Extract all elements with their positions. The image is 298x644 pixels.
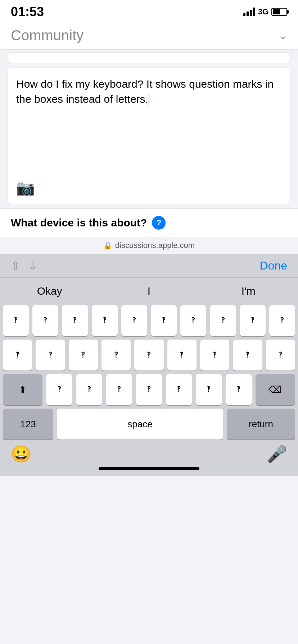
key-f[interactable]: ‽ bbox=[101, 340, 131, 371]
key-c[interactable]: ‽ bbox=[106, 374, 132, 405]
key-z[interactable]: ‽ bbox=[46, 374, 72, 405]
nav-up-arrow[interactable]: ⇧ bbox=[11, 259, 20, 272]
space-key[interactable]: space bbox=[57, 409, 223, 440]
header[interactable]: Community ⌄ bbox=[0, 22, 298, 50]
key-i[interactable]: ‽ bbox=[210, 305, 236, 336]
emoji-key[interactable]: 😀 bbox=[11, 444, 31, 464]
numbers-key[interactable]: 123 bbox=[3, 409, 53, 440]
url-bar: 🔒 discussions.apple.com bbox=[0, 237, 298, 254]
text-cursor bbox=[149, 94, 149, 106]
mic-key[interactable]: 🎤 bbox=[267, 444, 287, 464]
return-key[interactable]: return bbox=[227, 409, 295, 440]
key-t[interactable]: ‽ bbox=[121, 305, 147, 336]
key-x[interactable]: ‽ bbox=[76, 374, 102, 405]
url-text: discussions.apple.com bbox=[115, 241, 195, 250]
lock-icon: 🔒 bbox=[103, 241, 112, 250]
battery-icon bbox=[271, 8, 287, 16]
key-v[interactable]: ‽ bbox=[136, 374, 162, 405]
key-j[interactable]: ‽ bbox=[200, 340, 229, 371]
toolbar-nav: ⇧ ⇩ bbox=[11, 259, 37, 272]
key-m[interactable]: ‽ bbox=[226, 374, 252, 405]
keyboard-toolbar: ⇧ ⇩ Done bbox=[0, 254, 298, 278]
autocomplete-im[interactable]: I'm bbox=[199, 282, 298, 300]
chevron-down-icon[interactable]: ⌄ bbox=[278, 29, 287, 42]
keyboard-row-4: 123 space return bbox=[0, 407, 298, 441]
home-bar bbox=[99, 467, 199, 470]
status-icons: 3G bbox=[243, 7, 287, 17]
input-text[interactable]: How do I fix my keyboard? It shows quest… bbox=[16, 77, 282, 107]
key-b[interactable]: ‽ bbox=[166, 374, 192, 405]
key-e[interactable]: ‽ bbox=[62, 305, 88, 336]
key-s[interactable]: ‽ bbox=[36, 340, 65, 371]
autocomplete-bar: Okay I I'm bbox=[0, 281, 298, 303]
content-area: How do I fix my keyboard? It shows quest… bbox=[0, 52, 298, 476]
key-a[interactable]: ‽ bbox=[3, 340, 32, 371]
done-button[interactable]: Done bbox=[260, 259, 288, 272]
signal-icon bbox=[243, 8, 255, 16]
status-time: 01:53 bbox=[11, 4, 44, 19]
network-type: 3G bbox=[258, 7, 268, 17]
key-u[interactable]: ‽ bbox=[180, 305, 206, 336]
key-o[interactable]: ‽ bbox=[240, 305, 266, 336]
key-w[interactable]: ‽ bbox=[32, 305, 58, 336]
device-section[interactable]: What device is this about? ? bbox=[0, 208, 298, 237]
backspace-key[interactable]: ⌫ bbox=[256, 374, 295, 405]
home-indicator-area bbox=[0, 464, 298, 476]
key-k[interactable]: ‽ bbox=[233, 340, 262, 371]
key-n[interactable]: ‽ bbox=[196, 374, 222, 405]
keyboard: Okay I I'm ‽ ‽ ‽ ‽ ‽ ‽ ‽ ‽ ‽ ‽ ‽ ‽ ‽ ‽ ‽… bbox=[0, 278, 298, 476]
header-title: Community bbox=[11, 27, 83, 43]
key-h[interactable]: ‽ bbox=[167, 340, 197, 371]
nav-down-arrow[interactable]: ⇩ bbox=[28, 259, 37, 272]
key-r[interactable]: ‽ bbox=[92, 305, 118, 336]
shift-key[interactable]: ⬆ bbox=[3, 374, 42, 405]
info-icon[interactable]: ? bbox=[152, 216, 166, 230]
top-card-partial bbox=[7, 52, 291, 63]
status-bar: 01:53 3G bbox=[0, 0, 298, 22]
device-question-label: What device is this about? bbox=[11, 217, 147, 229]
key-d[interactable]: ‽ bbox=[69, 340, 98, 371]
keyboard-row-2: ‽ ‽ ‽ ‽ ‽ ‽ ‽ ‽ ‽ bbox=[0, 338, 298, 372]
camera-icon: 📷 bbox=[16, 179, 35, 196]
autocomplete-okay[interactable]: Okay bbox=[0, 282, 99, 300]
key-q[interactable]: ‽ bbox=[3, 305, 29, 336]
keyboard-bottom-row: 😀 🎤 bbox=[0, 441, 298, 464]
autocomplete-i[interactable]: I bbox=[99, 282, 199, 300]
camera-button[interactable]: 📷 bbox=[16, 179, 35, 197]
keyboard-row-3: ⬆ ‽ ‽ ‽ ‽ ‽ ‽ ‽ ⌫ bbox=[0, 372, 298, 407]
keyboard-row-1: ‽ ‽ ‽ ‽ ‽ ‽ ‽ ‽ ‽ ‽ bbox=[0, 303, 298, 338]
key-p[interactable]: ‽ bbox=[269, 305, 295, 336]
text-input-card[interactable]: How do I fix my keyboard? It shows quest… bbox=[7, 68, 291, 204]
key-l[interactable]: ‽ bbox=[266, 340, 295, 371]
key-y[interactable]: ‽ bbox=[151, 305, 177, 336]
key-g[interactable]: ‽ bbox=[134, 340, 163, 371]
